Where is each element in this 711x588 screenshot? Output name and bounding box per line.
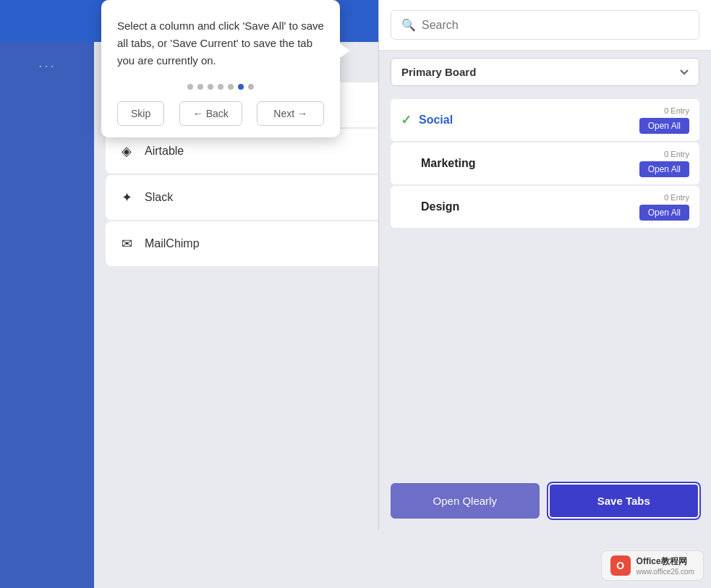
dot-7 bbox=[248, 84, 254, 90]
slack-label: Slack bbox=[145, 191, 173, 204]
tab-name-marketing: Marketing bbox=[421, 157, 476, 170]
dot-6-active bbox=[238, 84, 244, 90]
tab-right: 0 Entry Open All bbox=[639, 150, 689, 177]
search-input[interactable] bbox=[422, 19, 689, 32]
tooltip-dots bbox=[117, 84, 324, 90]
tab-name-social: Social bbox=[419, 114, 453, 127]
tab-right: 0 Entry Open All bbox=[639, 106, 689, 134]
tabs-list: ✓ Social 0 Entry Open All Marketing 0 En… bbox=[379, 93, 711, 472]
search-box[interactable]: 🔍 bbox=[391, 10, 699, 40]
board-dropdown[interactable]: Primary BoardSecondary BoardWork Board bbox=[391, 58, 699, 86]
dot-2 bbox=[197, 84, 203, 90]
search-area: 🔍 bbox=[379, 0, 711, 51]
mailchimp-icon: ✉ bbox=[117, 234, 136, 253]
tab-left: ✓ Social bbox=[401, 112, 453, 128]
watermark-icon: O bbox=[610, 555, 631, 576]
slack-icon: ✦ bbox=[117, 188, 136, 207]
dot-1 bbox=[187, 84, 193, 90]
open-qlearly-button[interactable]: Open Qlearly bbox=[391, 483, 540, 519]
save-tabs-button[interactable]: Save Tabs bbox=[548, 483, 700, 519]
tab-item-social: ✓ Social 0 Entry Open All bbox=[391, 99, 699, 141]
open-all-marketing[interactable]: Open All bbox=[639, 161, 689, 177]
entry-count-marketing: 0 Entry bbox=[664, 150, 689, 158]
back-button[interactable]: ← Back bbox=[179, 101, 242, 126]
tab-right: 0 Entry Open All bbox=[639, 193, 689, 221]
entry-count-design: 0 Entry bbox=[664, 193, 689, 202]
watermark: O Office教程网 www.office26.com bbox=[601, 550, 704, 581]
tab-item-design: Design 0 Entry Open All bbox=[391, 186, 699, 228]
tooltip-buttons: Skip ← Back Next → bbox=[117, 101, 324, 126]
skip-button[interactable]: Skip bbox=[117, 101, 164, 126]
dot-5 bbox=[228, 84, 234, 90]
tooltip-overlay: Select a column and click 'Save All' to … bbox=[101, 0, 340, 137]
watermark-line2: www.office26.com bbox=[637, 568, 694, 576]
airtable-icon: ◈ bbox=[117, 142, 136, 161]
right-panel: 🔍 Primary BoardSecondary BoardWork Board… bbox=[378, 0, 711, 530]
dot-4 bbox=[218, 84, 223, 90]
open-all-design[interactable]: Open All bbox=[639, 205, 689, 221]
tooltip-arrow bbox=[340, 43, 350, 58]
app-sidebar: ··· bbox=[0, 42, 94, 588]
airtable-label: Airtable bbox=[145, 145, 184, 158]
watermark-text: Office教程网 www.office26.com bbox=[637, 555, 694, 576]
search-icon: 🔍 bbox=[401, 18, 416, 32]
tab-left: Marketing bbox=[401, 157, 476, 170]
watermark-line1: Office教程网 bbox=[637, 555, 694, 568]
entry-count-social: 0 Entry bbox=[664, 106, 689, 115]
dropdown-area: Primary BoardSecondary BoardWork Board bbox=[379, 51, 711, 93]
check-icon: ✓ bbox=[401, 112, 412, 128]
open-all-social[interactable]: Open All bbox=[639, 118, 689, 134]
panel-footer: Open Qlearly Save Tabs bbox=[379, 472, 711, 530]
tab-name-design: Design bbox=[421, 200, 459, 213]
mailchimp-label: MailChimp bbox=[145, 237, 200, 250]
dot-3 bbox=[208, 84, 213, 90]
tab-item-marketing: Marketing 0 Entry Open All bbox=[391, 142, 699, 184]
tooltip-text: Select a column and click 'Save All' to … bbox=[117, 17, 324, 69]
next-button[interactable]: Next → bbox=[257, 101, 324, 126]
tab-left: Design bbox=[401, 200, 459, 213]
sidebar-dots: ··· bbox=[38, 56, 56, 75]
